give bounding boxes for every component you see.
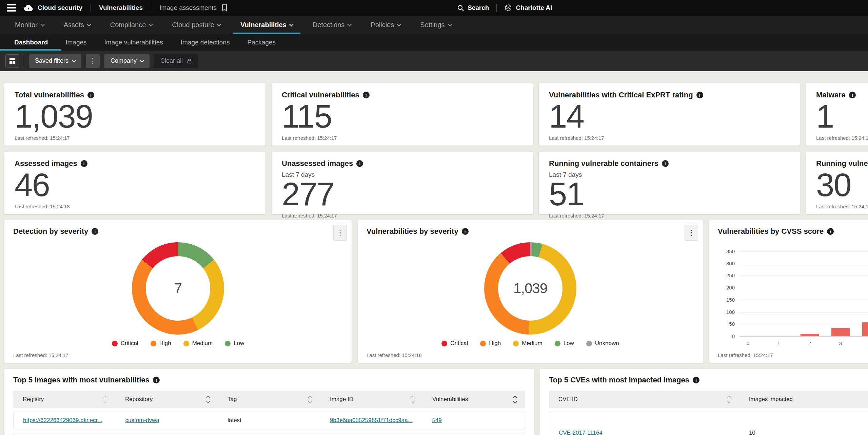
- last-refreshed: Last refreshed: 15:24:17: [13, 352, 343, 358]
- column-header-tag[interactable]: Tag: [218, 396, 320, 403]
- column-header-repository[interactable]: Repository: [116, 396, 218, 403]
- card-running-vulnerable-images: Running vulnerable images 30 Last refres…: [806, 152, 868, 214]
- last-refreshed: Last refreshed: 15:24:17: [282, 135, 522, 141]
- legend-dot: [555, 341, 560, 346]
- info-icon[interactable]: [363, 92, 370, 98]
- more-options-button[interactable]: [86, 54, 100, 68]
- sort-icon: [104, 396, 107, 403]
- chevron-down-icon: [217, 22, 221, 26]
- chevron-down-icon: [149, 22, 153, 26]
- info-icon[interactable]: [81, 160, 87, 167]
- card-critical-exprt-rating: Vulnerabilities with Critical ExPRT rati…: [539, 83, 800, 146]
- charts-row: Detection by severity 7 Critical High Me…: [4, 220, 864, 363]
- charlotte-ai-button[interactable]: Charlotte AI: [504, 4, 552, 12]
- info-icon[interactable]: [153, 377, 160, 383]
- column-header-registry[interactable]: Registry: [13, 396, 116, 403]
- tab-image-detections[interactable]: Image detections: [172, 34, 239, 51]
- info-icon[interactable]: [696, 92, 703, 98]
- last-refreshed: Last refreshed: 15:24:18: [816, 135, 868, 141]
- last-refreshed: Last refreshed: 15:24:18: [367, 352, 694, 358]
- metric-value: 1,039: [15, 101, 255, 132]
- chevron-down-icon: [347, 22, 352, 26]
- nav-item-assets[interactable]: Assets: [64, 16, 91, 34]
- company-filter-button[interactable]: Company: [104, 54, 150, 68]
- dashboard-content: Total vulnerabilities 1,039 Last refresh…: [0, 71, 868, 435]
- nav-item-compliance[interactable]: Compliance: [110, 16, 153, 34]
- registry-link[interactable]: https://622266429069.dkr.ecr...: [23, 417, 102, 423]
- legend-item: High: [151, 340, 171, 347]
- table-header-row: CVE ID Images impacted Severity: [549, 391, 868, 408]
- chart-menu-button[interactable]: [333, 225, 347, 241]
- cvss-bar-chart: 05010015020025030035001234: [739, 251, 868, 336]
- legend-item: Critical: [112, 340, 138, 347]
- legend-dot: [112, 341, 118, 346]
- last-refreshed: Last refreshed: 15:24:17: [549, 213, 790, 219]
- table-row[interactable]: [13, 433, 525, 435]
- cloud-security-logo-icon: [23, 4, 33, 12]
- cve-id-link[interactable]: CVE-2017-11164: [559, 430, 603, 435]
- divider: [24, 56, 24, 67]
- search-button[interactable]: Search: [457, 4, 489, 12]
- info-icon[interactable]: [462, 228, 469, 235]
- info-icon[interactable]: [92, 228, 98, 235]
- legend-dot: [183, 341, 189, 346]
- info-icon[interactable]: [356, 160, 363, 167]
- breadcrumb-section[interactable]: Vulnerabilities: [99, 4, 143, 12]
- table-row[interactable]: CVE-2017-11164 10 High: [549, 412, 868, 435]
- info-icon[interactable]: [662, 160, 669, 167]
- info-icon[interactable]: [827, 228, 834, 235]
- card-unassessed-images: Unassessed images Last 7 days 277 Last r…: [272, 152, 533, 214]
- column-header-cve-id[interactable]: CVE ID: [549, 396, 739, 403]
- nav-item-vulnerabilities[interactable]: Vulnerabilities: [240, 16, 293, 34]
- card-assessed-images: Assessed images 46 Last refreshed: 15:24…: [4, 152, 265, 214]
- tab-images[interactable]: Images: [57, 34, 95, 51]
- last-refreshed: Last refreshed: 15:24:17: [15, 135, 255, 141]
- card-vulnerabilities-by-severity: Vulnerabilities by severity 1,039 Critic…: [358, 220, 703, 363]
- chart-title: Vulnerabilities by severity: [367, 227, 458, 236]
- card-vulnerabilities-by-cvss-score: Vulnerabilities by CVSS score 0501001502…: [709, 220, 868, 363]
- last-refreshed: Last refreshed: 15:24:18: [816, 204, 868, 209]
- nav-item-detections[interactable]: Detections: [313, 16, 351, 34]
- card-top-cves-table: Top 5 CVEs with most impacted images CVE…: [540, 369, 868, 435]
- metric-cards-row-1: Total vulnerabilities 1,039 Last refresh…: [4, 83, 864, 146]
- info-icon[interactable]: [87, 92, 94, 98]
- sort-icon: [309, 396, 312, 403]
- card-malware: Malware 1 Last refreshed: 15:24:18: [806, 83, 868, 146]
- bookmark-icon[interactable]: [221, 4, 228, 12]
- nav-item-cloud-posture[interactable]: Cloud posture: [172, 16, 221, 34]
- sort-icon: [411, 396, 414, 403]
- chart-title: Detection by severity: [13, 227, 88, 236]
- chart-menu-button[interactable]: [685, 225, 698, 241]
- nav-item-policies[interactable]: Policies: [371, 16, 400, 34]
- chevron-down-icon: [87, 22, 91, 26]
- card-top-images-table: Top 5 images with most vulnerabilities R…: [4, 369, 534, 435]
- last-refreshed: Last refreshed: 15:24:18: [15, 204, 255, 209]
- table-row[interactable]: https://622266429069.dkr.ecr... custom-d…: [13, 412, 525, 429]
- charlotte-ai-icon: [504, 4, 512, 12]
- image-id-link[interactable]: 9b3e6aa055259851f71dcc9aa...: [330, 417, 413, 423]
- lock-icon: [187, 58, 192, 64]
- nav-item-settings[interactable]: Settings: [420, 16, 451, 34]
- tab-image-vulnerabilities[interactable]: Image vulnerabilities: [96, 34, 172, 51]
- column-header-vulnerabilities[interactable]: Vulnerabilities: [423, 396, 525, 403]
- vulnerabilities-count-link[interactable]: 549: [432, 417, 441, 423]
- images-impacted-value: 10: [749, 430, 755, 435]
- info-icon[interactable]: [693, 377, 699, 383]
- column-header-images-impacted[interactable]: Images impacted: [739, 396, 868, 403]
- repository-link[interactable]: custom-dvwa: [125, 417, 159, 423]
- dashboard-layout-button[interactable]: [5, 54, 19, 68]
- main-nav: Monitor Assets Compliance Cloud posture …: [0, 16, 868, 34]
- info-icon[interactable]: [849, 92, 856, 98]
- menu-button[interactable]: [7, 4, 16, 12]
- app-title: Cloud security: [38, 4, 82, 12]
- column-header-image-id[interactable]: Image ID: [320, 396, 423, 403]
- tab-dashboard[interactable]: Dashboard: [5, 34, 57, 51]
- legend-dot: [480, 341, 486, 346]
- chevron-down-icon: [72, 58, 76, 62]
- clear-all-button[interactable]: Clear all: [154, 54, 198, 68]
- nav-item-monitor[interactable]: Monitor: [15, 16, 44, 34]
- tab-packages[interactable]: Packages: [238, 34, 284, 51]
- bar-cvss-2: [801, 334, 819, 336]
- saved-filters-button[interactable]: Saved filters: [29, 54, 81, 68]
- last-refreshed: Last refreshed: 15:24:17: [718, 352, 868, 358]
